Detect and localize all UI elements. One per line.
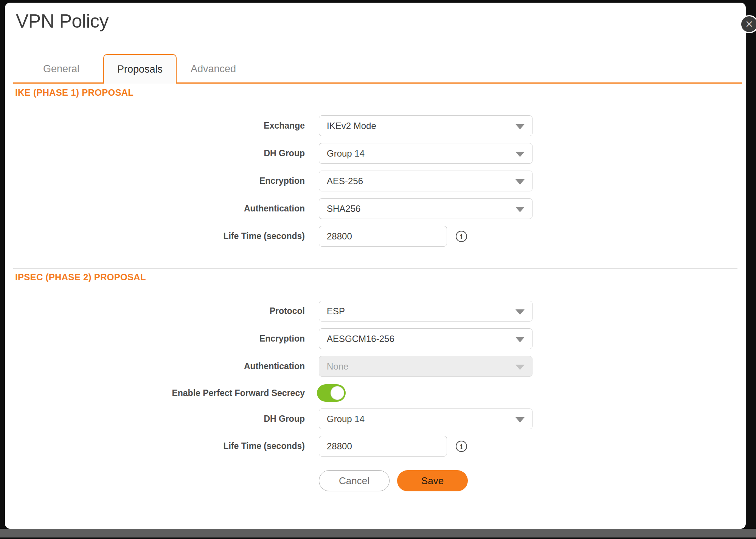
phase2-heading: IPSEC (PHASE 2) PROPOSAL [15, 272, 146, 283]
chevron-down-icon [515, 152, 525, 157]
info-icon[interactable]: i [456, 231, 467, 242]
exchange-select[interactable]: IKEv2 Mode [319, 115, 532, 136]
dh-group-value: Group 14 [327, 148, 365, 159]
pfs-label: Enable Perfect Forward Secrecy [73, 388, 305, 398]
cancel-button-label: Cancel [339, 475, 369, 487]
dh-group-label: DH Group [73, 148, 305, 158]
section-divider [13, 268, 737, 269]
dialog-title: VPN Policy [16, 10, 109, 32]
dh-group2-label: DH Group [73, 414, 305, 424]
encryption-row: Encryption AES-256 [73, 171, 532, 191]
protocol-value: ESP [327, 306, 345, 317]
encryption-label: Encryption [73, 176, 305, 186]
tab-proposals[interactable]: Proposals [103, 54, 177, 84]
info-icon-glyph: i [460, 442, 463, 450]
chevron-down-icon [515, 124, 525, 129]
chevron-down-icon [515, 365, 525, 370]
chevron-down-icon [515, 337, 525, 342]
chevron-down-icon [515, 309, 525, 315]
encryption2-select[interactable]: AESGCM16-256 [319, 328, 532, 349]
exchange-label: Exchange [73, 121, 305, 131]
dh-group2-row: DH Group Group 14 [73, 409, 532, 429]
authentication-label: Authentication [73, 203, 305, 214]
authentication-select[interactable]: SHA256 [319, 198, 532, 219]
save-button[interactable]: Save [397, 470, 468, 491]
dh-group2-select[interactable]: Group 14 [319, 409, 532, 429]
tab-advanced-label: Advanced [191, 63, 236, 75]
exchange-value: IKEv2 Mode [327, 121, 376, 131]
life-time2-row: Life Time (seconds) i [73, 436, 467, 457]
chevron-down-icon [515, 179, 525, 185]
protocol-select[interactable]: ESP [319, 301, 532, 322]
encryption2-row: Encryption AESGCM16-256 [73, 328, 532, 349]
life-time2-label: Life Time (seconds) [73, 441, 305, 451]
phase1-heading: IKE (PHASE 1) PROPOSAL [15, 87, 134, 98]
page-background: ✕ VPN Policy General Proposals Advanced … [0, 0, 756, 539]
life-time-label: Life Time (seconds) [73, 231, 305, 241]
tab-advanced[interactable]: Advanced [177, 54, 250, 84]
tab-proposals-label: Proposals [117, 64, 163, 75]
dh-group2-value: Group 14 [327, 414, 365, 424]
pfs-toggle-knob [331, 386, 344, 400]
encryption-value: AES-256 [327, 176, 363, 186]
protocol-label: Protocol [73, 306, 305, 316]
cancel-button[interactable]: Cancel [319, 470, 390, 491]
info-icon-glyph: i [460, 232, 463, 241]
life-time-input[interactable] [319, 226, 447, 247]
encryption-select[interactable]: AES-256 [319, 171, 532, 191]
protocol-row: Protocol ESP [73, 301, 532, 322]
authentication-value: SHA256 [327, 203, 360, 214]
info-icon[interactable]: i [456, 441, 467, 452]
pfs-toggle[interactable] [317, 384, 346, 402]
vpn-policy-dialog: ✕ VPN Policy General Proposals Advanced … [5, 3, 746, 529]
save-button-label: Save [421, 475, 444, 487]
chevron-down-icon [515, 417, 525, 423]
authentication2-row: Authentication None [73, 356, 532, 377]
authentication2-value: None [327, 361, 348, 372]
encryption2-value: AESGCM16-256 [327, 334, 394, 344]
close-icon: ✕ [745, 19, 753, 29]
chevron-down-icon [515, 207, 525, 212]
page-bottom-strip [0, 529, 756, 537]
encryption2-label: Encryption [73, 334, 305, 344]
authentication-row: Authentication SHA256 [73, 198, 532, 219]
pfs-row: Enable Perfect Forward Secrecy [73, 384, 346, 402]
close-button[interactable]: ✕ [740, 15, 756, 33]
tab-general-label: General [43, 63, 79, 75]
dh-group-select[interactable]: Group 14 [319, 143, 532, 164]
life-time-row: Life Time (seconds) i [73, 226, 467, 247]
tab-general[interactable]: General [25, 54, 98, 84]
dh-group-row: DH Group Group 14 [73, 143, 532, 164]
authentication2-label: Authentication [73, 361, 305, 371]
authentication2-select-disabled: None [319, 356, 532, 377]
exchange-row: Exchange IKEv2 Mode [73, 115, 532, 136]
life-time2-input[interactable] [319, 436, 447, 457]
